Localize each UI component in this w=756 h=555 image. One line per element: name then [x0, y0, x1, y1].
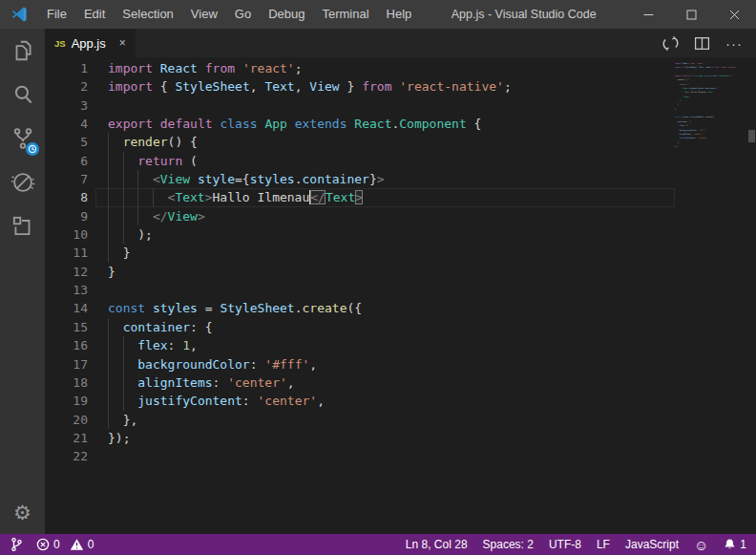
menu-help[interactable]: Help — [378, 0, 421, 29]
code-line-1[interactable]: 1import React from 'react'; — [45, 59, 675, 77]
cursor-position[interactable]: Ln 8, Col 28 — [406, 538, 468, 551]
code-line-15[interactable]: 15container: { — [45, 318, 675, 336]
maximize-button[interactable] — [670, 0, 713, 29]
code-line-2[interactable]: 2import { StyleSheet, Text, View } from … — [45, 77, 675, 96]
line-number[interactable]: 22 — [45, 447, 95, 465]
eol-setting[interactable]: LF — [597, 538, 610, 551]
line-content — [95, 447, 675, 465]
indentation-setting[interactable]: Spaces: 2 — [483, 538, 534, 551]
line-number[interactable]: 15 — [45, 318, 95, 336]
notifications-bell[interactable]: 1 — [724, 538, 746, 551]
line-number[interactable]: 2 — [45, 77, 95, 96]
minimap-line: import { StyleSheet, Text, View } from '… — [675, 65, 747, 69]
menu-selection[interactable]: Selection — [114, 0, 181, 29]
code-line-6[interactable]: 6return ( — [45, 152, 675, 170]
code-line-13[interactable]: 13 — [45, 281, 675, 299]
menu-terminal[interactable]: Terminal — [313, 0, 377, 29]
code-line-18[interactable]: 18alignItems: 'center', — [45, 374, 675, 392]
code-line-5[interactable]: 5render() { — [45, 133, 675, 151]
indent-guide — [123, 225, 138, 244]
extensions-icon[interactable] — [0, 204, 45, 248]
tab-appjs[interactable]: JS App.js × — [45, 29, 136, 57]
line-content: <View style={styles.container}> — [95, 170, 675, 188]
menu-edit[interactable]: Edit — [75, 0, 114, 29]
menu-view[interactable]: View — [182, 0, 226, 29]
title-bar: FileEditSelectionViewGoDebugTerminalHelp… — [0, 0, 756, 29]
open-changes-icon[interactable] — [662, 35, 679, 52]
encoding-setting[interactable]: UTF-8 — [549, 538, 581, 551]
code-line-10[interactable]: 10); — [45, 225, 675, 244]
code-line-9[interactable]: 9</View> — [45, 207, 675, 225]
line-content: </View> — [95, 207, 675, 225]
line-number[interactable]: 19 — [45, 392, 95, 410]
line-content: render() { — [95, 133, 675, 151]
line-number[interactable]: 6 — [45, 152, 95, 170]
line-number[interactable]: 8 — [45, 188, 95, 206]
language-mode[interactable]: JavaScript — [625, 538, 679, 551]
line-number[interactable]: 5 — [45, 133, 95, 151]
code-line-12[interactable]: 12} — [45, 263, 675, 281]
warnings-icon — [70, 538, 84, 551]
line-number[interactable]: 3 — [45, 96, 95, 115]
line-content: backgroundColor: '#fff', — [95, 355, 675, 374]
code-line-7[interactable]: 7<View style={styles.container}> — [45, 170, 675, 188]
line-number[interactable]: 20 — [45, 411, 95, 429]
code-line-20[interactable]: 20}, — [45, 411, 675, 429]
code-editor[interactable]: 1import React from 'react';2import { Sty… — [45, 57, 756, 534]
minimap[interactable]: import React from 'react';import { Style… — [675, 61, 747, 153]
line-content: container: { — [95, 318, 675, 336]
code-line-16[interactable]: 16flex: 1, — [45, 336, 675, 354]
line-content: } — [95, 244, 675, 262]
line-number[interactable]: 14 — [45, 299, 95, 317]
indent-guide — [123, 170, 138, 188]
warnings-count: 0 — [88, 538, 94, 551]
problems-indicator[interactable]: 0 0 — [36, 538, 94, 551]
line-number[interactable]: 7 — [45, 170, 95, 188]
indent-guide — [108, 318, 123, 336]
line-number[interactable]: 18 — [45, 374, 95, 392]
code-line-3[interactable]: 3 — [45, 96, 675, 115]
line-number[interactable]: 16 — [45, 336, 95, 354]
line-number[interactable]: 13 — [45, 281, 95, 299]
menu-debug[interactable]: Debug — [260, 0, 313, 29]
line-number[interactable]: 11 — [45, 244, 95, 262]
git-branch-indicator[interactable] — [10, 537, 23, 552]
search-icon[interactable] — [0, 73, 45, 117]
menu-go[interactable]: Go — [226, 0, 260, 29]
code-line-8[interactable]: 8<Text>Hallo Ilmenau</Text> — [45, 188, 675, 206]
settings-gear-icon[interactable]: ⚙ — [0, 490, 45, 534]
explorer-icon[interactable] — [0, 29, 45, 73]
code-line-14[interactable]: 14const styles = StyleSheet.create({ — [45, 299, 675, 317]
notifications-count: 1 — [740, 538, 746, 551]
line-number[interactable]: 9 — [45, 207, 95, 225]
code-line-4[interactable]: 4export default class App extends React.… — [45, 115, 675, 133]
minimap-line — [675, 148, 747, 152]
code-line-17[interactable]: 17backgroundColor: '#fff', — [45, 355, 675, 374]
close-button[interactable] — [713, 0, 756, 29]
line-number[interactable]: 21 — [45, 429, 95, 447]
indent-guide — [108, 411, 123, 429]
vscode-logo-icon — [0, 6, 38, 23]
line-number[interactable]: 17 — [45, 355, 95, 374]
minimize-button[interactable] — [627, 0, 670, 29]
menu-file[interactable]: File — [38, 0, 75, 29]
code-line-22[interactable]: 22 — [45, 447, 675, 465]
line-number[interactable]: 10 — [45, 225, 95, 244]
line-number[interactable]: 1 — [45, 59, 95, 77]
source-control-icon[interactable] — [0, 117, 45, 160]
line-number[interactable]: 12 — [45, 263, 95, 281]
code-line-19[interactable]: 19justifyContent: 'center', — [45, 392, 675, 410]
indent-guide — [108, 244, 123, 262]
code-line-11[interactable]: 11} — [45, 244, 675, 262]
more-actions-icon[interactable]: ··· — [725, 35, 743, 52]
indent-guide — [153, 188, 168, 206]
code-line-21[interactable]: 21}); — [45, 429, 675, 447]
line-content: import { StyleSheet, Text, View } from '… — [95, 77, 675, 96]
line-number[interactable]: 4 — [45, 115, 95, 133]
split-editor-icon[interactable] — [694, 35, 710, 52]
vscode-window: FileEditSelectionViewGoDebugTerminalHelp… — [0, 0, 756, 555]
indent-guide — [123, 336, 138, 354]
feedback-smiley-icon[interactable]: ☺ — [694, 538, 708, 552]
tab-close-icon[interactable]: × — [119, 36, 126, 50]
debug-icon[interactable] — [0, 160, 45, 204]
